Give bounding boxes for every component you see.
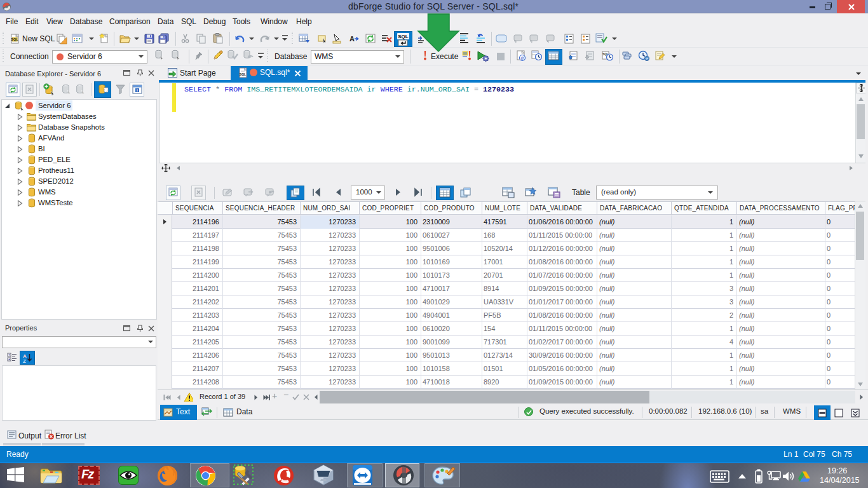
svg-text:SQL: SQL [11,37,18,41]
svg-text:i: i [137,88,138,92]
svg-text:Z: Z [23,358,26,363]
svg-text:@: @ [521,55,524,61]
svg-text:SQL: SQL [240,72,246,76]
svg-text:A: A [349,35,355,43]
svg-text:SQL: SQL [398,34,409,39]
